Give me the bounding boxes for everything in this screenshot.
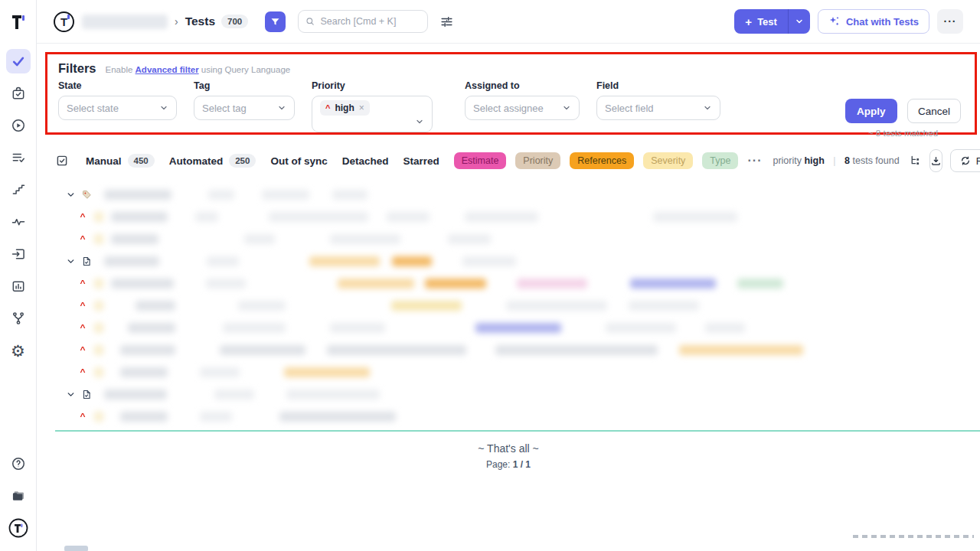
chat-with-tests-button[interactable]: Chat with Tests — [818, 9, 929, 34]
sidebar-item-tests[interactable] — [6, 49, 31, 73]
suite-row[interactable] — [37, 184, 980, 206]
chevron-down-icon — [703, 103, 712, 112]
assignee-select[interactable]: Select assignee — [465, 96, 580, 120]
test-row[interactable]: ^ — [37, 272, 980, 295]
check-icon — [11, 54, 26, 69]
test-row[interactable]: ^ — [37, 206, 980, 228]
search-input[interactable] — [320, 16, 420, 27]
test-row[interactable]: ^ — [37, 406, 980, 428]
priority-high-icon: ^ — [80, 412, 85, 422]
tests-count-badge: 700 — [221, 15, 248, 28]
priority-high-icon: ^ — [80, 279, 85, 289]
redacted-row-content — [93, 234, 491, 244]
column-badge-references[interactable]: References — [570, 152, 634, 169]
priority-high-icon: ^ — [80, 324, 85, 333]
more-actions-button[interactable]: ··· — [937, 9, 963, 34]
project-logo[interactable]: T — [54, 11, 74, 32]
priority-chip-high[interactable]: ^ high × — [320, 100, 370, 116]
redacted-row-content — [96, 190, 368, 200]
sidebar-item-projects[interactable] — [6, 484, 31, 508]
tag-filter-label: Tag — [194, 80, 295, 91]
redacted-row-content — [93, 323, 745, 333]
sidebar-item-branches[interactable] — [6, 306, 31, 331]
import-icon — [11, 246, 26, 262]
chevron-down-icon — [562, 103, 571, 112]
top-bar: T › Tests 700 + Test Chat with Tests ··· — [37, 0, 980, 44]
redacted-row-content — [93, 412, 396, 422]
sidebar-item-checklists[interactable] — [6, 145, 31, 170]
chip-remove-icon[interactable]: × — [359, 103, 364, 113]
test-row[interactable]: ^ — [37, 228, 980, 250]
sidebar-item-import[interactable] — [6, 242, 31, 266]
bottom-widget-edge — [64, 546, 88, 551]
reset-button[interactable]: Reset — [950, 149, 980, 172]
test-row[interactable]: ^ — [37, 339, 980, 361]
export-button[interactable] — [929, 149, 942, 172]
chevron-down-icon[interactable] — [66, 390, 76, 399]
priority-high-icon: ^ — [80, 235, 85, 244]
folders-icon — [11, 488, 26, 504]
tree-icon — [909, 155, 922, 168]
assigned-filter-label: Assigned to — [465, 80, 580, 91]
download-icon — [930, 155, 942, 167]
checklist-icon — [55, 154, 69, 168]
test-row[interactable]: ^ — [37, 317, 980, 339]
search-icon — [305, 16, 315, 27]
tag-select[interactable]: Select tag — [194, 96, 295, 120]
tree-view-button[interactable] — [909, 155, 922, 168]
chevron-down-icon[interactable] — [66, 190, 76, 200]
sidebar-item-plans[interactable] — [6, 81, 31, 106]
sidebar-item-reports[interactable] — [6, 274, 31, 298]
search-box[interactable] — [298, 10, 428, 33]
apply-button[interactable]: Apply — [845, 99, 897, 123]
test-row[interactable]: ^ — [37, 295, 980, 317]
suite-row[interactable] — [37, 383, 980, 406]
app-logo — [8, 11, 28, 34]
filter-automated[interactable]: Automated 250 — [169, 154, 256, 168]
priority-filter-label: Priority — [312, 80, 433, 91]
suite-row[interactable] — [37, 250, 980, 272]
redacted-row-content — [93, 279, 783, 289]
column-badge-estimate[interactable]: Estimate — [454, 152, 507, 169]
briefcase-check-icon — [11, 86, 26, 101]
document-check-icon — [81, 389, 92, 400]
filter-out-of-sync[interactable]: Out of sync — [270, 155, 327, 167]
state-select[interactable]: Select state — [58, 96, 177, 120]
view-settings-button[interactable] — [439, 15, 454, 29]
gear-icon: ⚙ — [11, 343, 25, 359]
help-circle-icon — [11, 456, 26, 471]
priority-high-icon: ^ — [325, 104, 330, 112]
add-test-button[interactable]: + Test — [734, 9, 788, 34]
advanced-filter-link[interactable]: Advanced filter — [136, 65, 199, 74]
filter-starred[interactable]: Starred — [403, 155, 439, 167]
sidebar-item-settings[interactable]: ⚙ — [6, 338, 31, 363]
sidebar-item-activity[interactable] — [6, 210, 31, 234]
sidebar-item-runs[interactable] — [6, 113, 31, 138]
add-test-dropdown-button[interactable] — [788, 9, 810, 34]
priority-high-icon: ^ — [80, 368, 85, 377]
toolbar-more-button[interactable]: ··· — [747, 154, 762, 168]
filter-toggle-button[interactable] — [265, 11, 286, 32]
column-badge-type[interactable]: Type — [702, 152, 738, 169]
test-row[interactable]: ^ — [37, 361, 980, 383]
breadcrumb-chevron: › — [175, 15, 178, 28]
filter-detached[interactable]: Detached — [342, 155, 389, 167]
column-badge-severity[interactable]: Severity — [643, 152, 693, 169]
document-check-icon — [81, 256, 92, 267]
column-badges: EstimatePriorityReferencesSeverityType — [454, 152, 739, 169]
filter-manual[interactable]: Manual 450 — [86, 154, 155, 168]
field-select[interactable]: Select field — [596, 96, 720, 120]
sidebar-item-steps[interactable] — [6, 178, 31, 202]
column-badge-priority[interactable]: Priority — [515, 152, 560, 169]
chevron-down-icon[interactable] — [66, 256, 76, 266]
priority-select[interactable]: ^ high × — [312, 96, 433, 132]
field-filter-label: Field — [596, 80, 720, 91]
sidebar-item-help[interactable] — [6, 452, 31, 476]
list-end: ~ That's all ~ Page: 1 / 1 — [37, 442, 980, 470]
left-sidebar: ⚙ — [0, 0, 37, 551]
project-name-redacted[interactable] — [82, 15, 168, 29]
priority-high-icon: ^ — [80, 346, 85, 355]
select-all-button[interactable] — [55, 154, 69, 168]
cancel-button[interactable]: Cancel — [907, 99, 961, 123]
workspace-logo[interactable] — [6, 516, 31, 540]
